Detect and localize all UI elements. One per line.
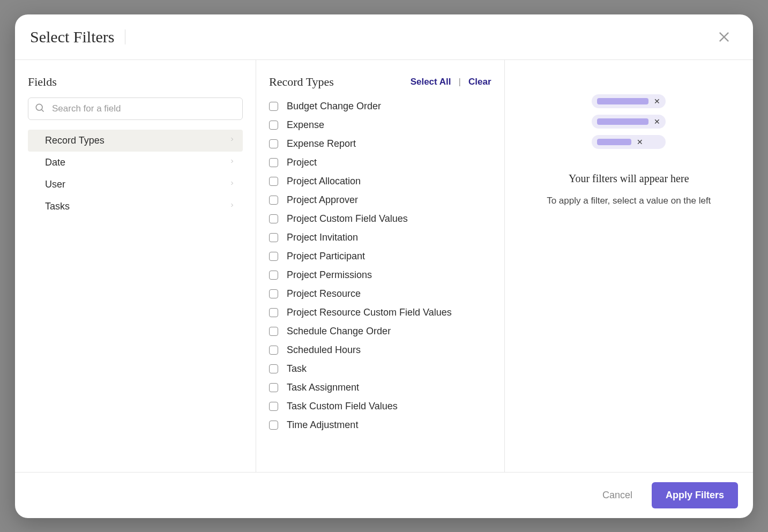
field-search-wrap bbox=[28, 98, 243, 120]
field-item-record-types[interactable]: Record Types bbox=[28, 130, 243, 152]
dialog-title-wrap: Select Filters bbox=[30, 28, 125, 46]
option-checkbox[interactable] bbox=[269, 421, 278, 430]
field-item-label: Record Types bbox=[45, 135, 105, 146]
select-all-link[interactable]: Select All bbox=[411, 77, 451, 87]
fields-column: Fields Record TypesDateUserTasks bbox=[15, 60, 256, 472]
option-label: Expense Report bbox=[287, 138, 356, 149]
option-row[interactable]: Project Invitation bbox=[269, 232, 489, 243]
option-label: Project Approver bbox=[287, 194, 358, 206]
option-label: Project Permissions bbox=[287, 269, 372, 281]
chip-bar bbox=[597, 118, 648, 125]
option-checkbox[interactable] bbox=[269, 327, 278, 336]
option-row[interactable]: Project Approver bbox=[269, 194, 489, 206]
option-checkbox[interactable] bbox=[269, 308, 278, 317]
svg-point-2 bbox=[36, 104, 42, 110]
fields-title: Fields bbox=[28, 75, 243, 89]
preview-heading: Your filters will appear here bbox=[569, 173, 689, 185]
filter-chip-placeholder-group: ✕✕✕ bbox=[592, 94, 666, 149]
option-row[interactable]: Task Custom Field Values bbox=[269, 401, 489, 412]
clear-link[interactable]: Clear bbox=[468, 77, 491, 87]
field-list: Record TypesDateUserTasks bbox=[28, 130, 243, 218]
filter-chip-placeholder: ✕ bbox=[592, 94, 666, 108]
options-column: Record Types Select All | Clear Budget C… bbox=[256, 60, 505, 472]
option-checkbox[interactable] bbox=[269, 271, 278, 280]
option-label: Project Resource Custom Field Values bbox=[287, 307, 452, 318]
filter-chip-placeholder: ✕ bbox=[592, 115, 666, 129]
option-label: Project bbox=[287, 157, 317, 168]
option-row[interactable]: Project Permissions bbox=[269, 269, 489, 281]
options-header: Record Types Select All | Clear bbox=[269, 75, 491, 89]
option-row[interactable]: Project bbox=[269, 157, 489, 168]
option-label: Budget Change Order bbox=[287, 101, 381, 112]
close-icon: ✕ bbox=[654, 98, 660, 105]
options-actions: Select All | Clear bbox=[411, 77, 491, 87]
option-row[interactable]: Task bbox=[269, 363, 489, 374]
option-checkbox[interactable] bbox=[269, 158, 278, 167]
close-icon: ✕ bbox=[637, 138, 643, 146]
option-checkbox[interactable] bbox=[269, 346, 278, 355]
filter-chip-placeholder: ✕ bbox=[592, 135, 666, 149]
close-button[interactable] bbox=[714, 27, 734, 47]
dialog-footer: Cancel Apply Filters bbox=[15, 472, 753, 518]
option-checkbox[interactable] bbox=[269, 233, 278, 242]
option-checkbox[interactable] bbox=[269, 177, 278, 186]
option-checkbox[interactable] bbox=[269, 121, 278, 130]
apply-filters-button[interactable]: Apply Filters bbox=[652, 482, 738, 508]
chevron-right-icon bbox=[229, 157, 235, 168]
field-item-label: Date bbox=[45, 157, 65, 168]
option-checkbox[interactable] bbox=[269, 383, 278, 392]
option-label: Project Custom Field Values bbox=[287, 213, 408, 224]
option-label: Task Assignment bbox=[287, 382, 359, 393]
option-row[interactable]: Schedule Change Order bbox=[269, 326, 489, 337]
preview-column: ✕✕✕ Your filters will appear here To app… bbox=[505, 60, 754, 472]
option-label: Task Custom Field Values bbox=[287, 401, 398, 412]
select-filters-dialog: Select Filters Fields Recor bbox=[15, 14, 753, 518]
preview-subtext: To apply a filter, select a value on the… bbox=[547, 196, 711, 206]
chip-bar bbox=[597, 98, 648, 104]
option-label: Scheduled Hours bbox=[287, 344, 361, 356]
option-row[interactable]: Task Assignment bbox=[269, 382, 489, 393]
chip-bar bbox=[597, 139, 631, 145]
option-label: Expense bbox=[287, 119, 324, 131]
option-row[interactable]: Project Allocation bbox=[269, 176, 489, 187]
field-item-label: Tasks bbox=[45, 201, 70, 212]
cancel-button[interactable]: Cancel bbox=[598, 484, 637, 506]
option-row[interactable]: Time Adjustment bbox=[269, 419, 489, 431]
options-list: Budget Change OrderExpenseExpense Report… bbox=[269, 101, 491, 459]
close-icon: ✕ bbox=[654, 118, 660, 125]
option-row[interactable]: Expense bbox=[269, 119, 489, 131]
option-label: Schedule Change Order bbox=[287, 326, 391, 337]
option-row[interactable]: Project Participant bbox=[269, 251, 489, 262]
option-label: Project Resource bbox=[287, 288, 361, 299]
option-label: Time Adjustment bbox=[287, 419, 358, 431]
option-row[interactable]: Expense Report bbox=[269, 138, 489, 149]
title-divider bbox=[125, 29, 125, 44]
option-checkbox[interactable] bbox=[269, 196, 278, 205]
option-checkbox[interactable] bbox=[269, 252, 278, 261]
option-row[interactable]: Budget Change Order bbox=[269, 101, 489, 112]
option-checkbox[interactable] bbox=[269, 214, 278, 223]
option-row[interactable]: Scheduled Hours bbox=[269, 344, 489, 356]
option-label: Project Invitation bbox=[287, 232, 358, 243]
chevron-right-icon bbox=[229, 201, 235, 212]
dialog-header: Select Filters bbox=[15, 14, 753, 60]
option-row[interactable]: Project Resource bbox=[269, 288, 489, 299]
svg-line-3 bbox=[42, 109, 44, 111]
actions-separator: | bbox=[459, 77, 461, 87]
dialog-body: Fields Record TypesDateUserTasks Record … bbox=[15, 60, 753, 472]
field-item-tasks[interactable]: Tasks bbox=[28, 196, 243, 218]
option-row[interactable]: Project Custom Field Values bbox=[269, 213, 489, 224]
option-checkbox[interactable] bbox=[269, 139, 278, 148]
option-row[interactable]: Project Resource Custom Field Values bbox=[269, 307, 489, 318]
option-checkbox[interactable] bbox=[269, 289, 278, 298]
field-item-date[interactable]: Date bbox=[28, 152, 243, 174]
field-item-user[interactable]: User bbox=[28, 174, 243, 196]
close-icon bbox=[717, 29, 732, 44]
dialog-title: Select Filters bbox=[30, 28, 114, 46]
option-checkbox[interactable] bbox=[269, 402, 278, 411]
option-checkbox[interactable] bbox=[269, 364, 278, 373]
search-icon bbox=[34, 102, 45, 115]
chevron-right-icon bbox=[229, 135, 235, 146]
field-search-input[interactable] bbox=[28, 98, 243, 120]
option-checkbox[interactable] bbox=[269, 102, 278, 111]
